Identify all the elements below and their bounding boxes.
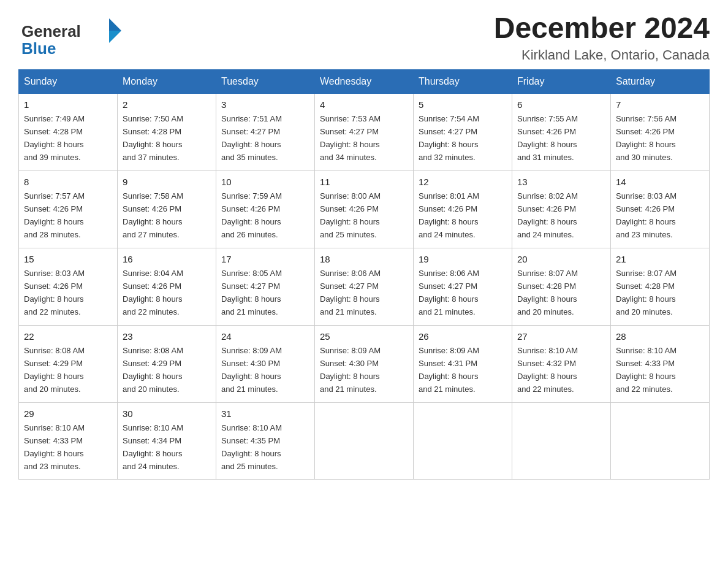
calendar-cell: 14 Sunrise: 8:03 AMSunset: 4:26 PMDaylig… xyxy=(611,170,710,248)
calendar-cell: 5 Sunrise: 7:54 AMSunset: 4:27 PMDayligh… xyxy=(414,93,512,170)
day-number: 5 xyxy=(419,98,507,112)
weekday-header-row: SundayMondayTuesdayWednesdayThursdayFrid… xyxy=(19,69,710,93)
day-number: 23 xyxy=(123,329,211,343)
month-title: December 2024 xyxy=(494,12,710,45)
day-info: Sunrise: 7:54 AMSunset: 4:27 PMDaylight:… xyxy=(419,114,479,162)
day-info: Sunrise: 7:55 AMSunset: 4:26 PMDaylight:… xyxy=(517,114,578,162)
calendar-cell: 16 Sunrise: 8:04 AMSunset: 4:26 PMDaylig… xyxy=(118,248,216,325)
calendar-cell: 22 Sunrise: 8:08 AMSunset: 4:29 PMDaylig… xyxy=(19,325,118,402)
week-row-5: 29 Sunrise: 8:10 AMSunset: 4:33 PMDaylig… xyxy=(19,402,710,480)
calendar-cell: 31 Sunrise: 8:10 AMSunset: 4:35 PMDaylig… xyxy=(216,402,315,480)
calendar-cell: 6 Sunrise: 7:55 AMSunset: 4:26 PMDayligh… xyxy=(512,93,611,170)
page-header: General Blue December 2024 Kirkland Lake… xyxy=(18,12,710,63)
svg-marker-2 xyxy=(109,31,121,43)
day-info: Sunrise: 8:03 AMSunset: 4:26 PMDaylight:… xyxy=(24,269,85,316)
svg-text:General: General xyxy=(21,22,81,40)
weekday-header-saturday: Saturday xyxy=(611,69,710,93)
day-number: 20 xyxy=(517,252,605,266)
day-number: 6 xyxy=(517,98,605,112)
calendar-cell: 23 Sunrise: 8:08 AMSunset: 4:29 PMDaylig… xyxy=(118,325,216,402)
calendar-cell: 15 Sunrise: 8:03 AMSunset: 4:26 PMDaylig… xyxy=(19,248,118,325)
day-info: Sunrise: 8:05 AMSunset: 4:27 PMDaylight:… xyxy=(221,269,282,316)
day-number: 16 xyxy=(123,252,211,266)
calendar-cell: 4 Sunrise: 7:53 AMSunset: 4:27 PMDayligh… xyxy=(315,93,414,170)
logo-svg: General Blue xyxy=(18,12,135,61)
day-info: Sunrise: 8:10 AMSunset: 4:35 PMDaylight:… xyxy=(221,423,282,471)
day-number: 21 xyxy=(616,252,704,266)
week-row-1: 1 Sunrise: 7:49 AMSunset: 4:28 PMDayligh… xyxy=(19,93,710,170)
calendar-cell: 13 Sunrise: 8:02 AMSunset: 4:26 PMDaylig… xyxy=(512,170,611,248)
weekday-header-tuesday: Tuesday xyxy=(216,69,315,93)
week-row-3: 15 Sunrise: 8:03 AMSunset: 4:26 PMDaylig… xyxy=(19,248,710,325)
calendar-cell: 21 Sunrise: 8:07 AMSunset: 4:28 PMDaylig… xyxy=(611,248,710,325)
day-info: Sunrise: 8:06 AMSunset: 4:27 PMDaylight:… xyxy=(320,269,381,316)
calendar-cell: 2 Sunrise: 7:50 AMSunset: 4:28 PMDayligh… xyxy=(118,93,216,170)
day-number: 2 xyxy=(123,98,211,112)
calendar-cell: 3 Sunrise: 7:51 AMSunset: 4:27 PMDayligh… xyxy=(216,93,315,170)
day-number: 7 xyxy=(616,98,704,112)
day-info: Sunrise: 7:58 AMSunset: 4:26 PMDaylight:… xyxy=(123,191,183,239)
day-info: Sunrise: 8:02 AMSunset: 4:26 PMDaylight:… xyxy=(517,191,578,239)
calendar-cell: 10 Sunrise: 7:59 AMSunset: 4:26 PMDaylig… xyxy=(216,170,315,248)
calendar-cell: 24 Sunrise: 8:09 AMSunset: 4:30 PMDaylig… xyxy=(216,325,315,402)
day-number: 4 xyxy=(320,98,408,112)
day-info: Sunrise: 7:49 AMSunset: 4:28 PMDaylight:… xyxy=(24,114,85,162)
calendar-cell: 30 Sunrise: 8:10 AMSunset: 4:34 PMDaylig… xyxy=(118,402,216,480)
calendar-cell: 8 Sunrise: 7:57 AMSunset: 4:26 PMDayligh… xyxy=(19,170,118,248)
day-number: 8 xyxy=(24,175,112,189)
day-number: 15 xyxy=(24,252,112,266)
day-number: 10 xyxy=(221,175,309,189)
calendar-cell: 29 Sunrise: 8:10 AMSunset: 4:33 PMDaylig… xyxy=(19,402,118,480)
calendar-cell: 27 Sunrise: 8:10 AMSunset: 4:32 PMDaylig… xyxy=(512,325,611,402)
day-info: Sunrise: 8:08 AMSunset: 4:29 PMDaylight:… xyxy=(24,346,85,394)
calendar-cell xyxy=(315,402,414,480)
day-number: 24 xyxy=(221,329,309,343)
calendar-cell: 19 Sunrise: 8:06 AMSunset: 4:27 PMDaylig… xyxy=(414,248,512,325)
day-number: 17 xyxy=(221,252,309,266)
day-number: 1 xyxy=(24,98,112,112)
day-number: 29 xyxy=(24,407,112,421)
day-info: Sunrise: 8:07 AMSunset: 4:28 PMDaylight:… xyxy=(517,269,578,316)
calendar-cell xyxy=(414,402,512,480)
day-number: 28 xyxy=(616,329,704,343)
day-number: 27 xyxy=(517,329,605,343)
location-title: Kirkland Lake, Ontario, Canada xyxy=(494,47,710,63)
weekday-header-sunday: Sunday xyxy=(19,69,118,93)
day-number: 25 xyxy=(320,329,408,343)
calendar-cell: 28 Sunrise: 8:10 AMSunset: 4:33 PMDaylig… xyxy=(611,325,710,402)
day-number: 30 xyxy=(123,407,211,421)
calendar-cell: 25 Sunrise: 8:09 AMSunset: 4:30 PMDaylig… xyxy=(315,325,414,402)
day-info: Sunrise: 8:09 AMSunset: 4:30 PMDaylight:… xyxy=(221,346,282,394)
day-info: Sunrise: 7:56 AMSunset: 4:26 PMDaylight:… xyxy=(616,114,677,162)
day-number: 3 xyxy=(221,98,309,112)
weekday-header-friday: Friday xyxy=(512,69,611,93)
day-info: Sunrise: 8:03 AMSunset: 4:26 PMDaylight:… xyxy=(616,191,677,239)
day-number: 11 xyxy=(320,175,408,189)
day-number: 13 xyxy=(517,175,605,189)
day-number: 12 xyxy=(419,175,507,189)
weekday-header-thursday: Thursday xyxy=(414,69,512,93)
day-info: Sunrise: 8:04 AMSunset: 4:26 PMDaylight:… xyxy=(123,269,183,316)
day-number: 14 xyxy=(616,175,704,189)
calendar-cell: 26 Sunrise: 8:09 AMSunset: 4:31 PMDaylig… xyxy=(414,325,512,402)
calendar-cell: 11 Sunrise: 8:00 AMSunset: 4:26 PMDaylig… xyxy=(315,170,414,248)
day-number: 18 xyxy=(320,252,408,266)
title-section: December 2024 Kirkland Lake, Ontario, Ca… xyxy=(494,12,710,63)
day-info: Sunrise: 7:51 AMSunset: 4:27 PMDaylight:… xyxy=(221,114,282,162)
svg-marker-1 xyxy=(109,18,121,31)
day-info: Sunrise: 7:50 AMSunset: 4:28 PMDaylight:… xyxy=(123,114,183,162)
day-info: Sunrise: 8:10 AMSunset: 4:33 PMDaylight:… xyxy=(616,346,677,394)
day-info: Sunrise: 8:07 AMSunset: 4:28 PMDaylight:… xyxy=(616,269,677,316)
logo: General Blue xyxy=(18,12,135,61)
calendar-cell: 9 Sunrise: 7:58 AMSunset: 4:26 PMDayligh… xyxy=(118,170,216,248)
calendar-cell: 17 Sunrise: 8:05 AMSunset: 4:27 PMDaylig… xyxy=(216,248,315,325)
weekday-header-monday: Monday xyxy=(118,69,216,93)
svg-text:Blue: Blue xyxy=(21,39,56,58)
day-info: Sunrise: 8:10 AMSunset: 4:34 PMDaylight:… xyxy=(123,423,183,471)
day-number: 31 xyxy=(221,407,309,421)
calendar-cell: 20 Sunrise: 8:07 AMSunset: 4:28 PMDaylig… xyxy=(512,248,611,325)
day-number: 22 xyxy=(24,329,112,343)
day-info: Sunrise: 8:00 AMSunset: 4:26 PMDaylight:… xyxy=(320,191,381,239)
day-info: Sunrise: 8:06 AMSunset: 4:27 PMDaylight:… xyxy=(419,269,479,316)
week-row-2: 8 Sunrise: 7:57 AMSunset: 4:26 PMDayligh… xyxy=(19,170,710,248)
